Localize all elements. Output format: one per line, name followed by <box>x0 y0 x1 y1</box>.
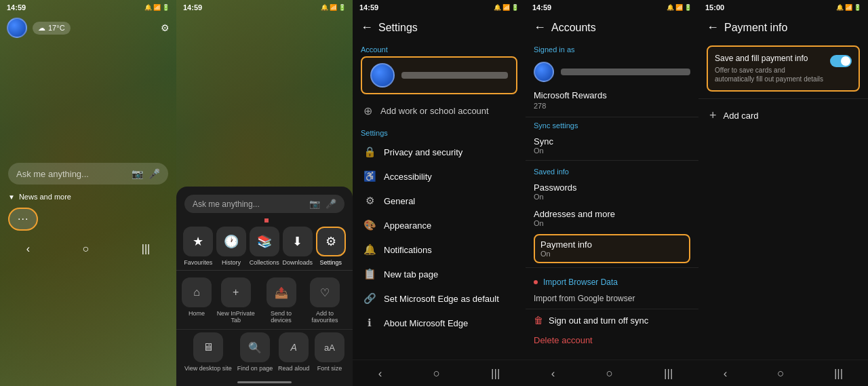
delete-account-row[interactable]: Delete account <box>526 330 698 350</box>
recents-nav-icon[interactable]: ||| <box>142 243 150 255</box>
search-bar-p1[interactable]: Ask me anything... 📷 🎤 <box>8 163 168 185</box>
downloads-label: Downloads <box>282 259 313 266</box>
news-label: News and more <box>19 193 71 201</box>
back-nav-p3[interactable]: ‹ <box>378 367 382 381</box>
import-google-label[interactable]: Import from Google browser <box>534 290 690 305</box>
camera-icon[interactable]: 📷 <box>132 168 143 179</box>
dock-pill[interactable]: ··· <box>8 208 38 231</box>
notifications-item[interactable]: 🔔 Notifications <box>353 237 526 262</box>
delete-account-label: Delete account <box>534 335 593 345</box>
appearance-label: Appearance <box>384 220 431 231</box>
browser-search-bar[interactable]: Ask me anything... 📷 🎤 <box>184 195 344 213</box>
back-arrow-p5[interactable]: ← <box>707 20 719 35</box>
saved-info-label: Saved info <box>526 162 698 178</box>
font-size-action[interactable]: aA Font size <box>315 332 344 372</box>
panel-browser-menu: 14:59 🔔 📶 🔋 Ask me anything... 📷 🎤 ★ Fav… <box>176 0 353 386</box>
save-fill-desc: Offer to save cards and automatically fi… <box>715 66 825 83</box>
home-nav-p5[interactable]: ○ <box>777 367 784 381</box>
mic-icon-p2[interactable]: 🎤 <box>326 199 336 209</box>
save-fill-toggle[interactable] <box>830 55 852 67</box>
account-item[interactable] <box>361 56 517 94</box>
add-favourites-action[interactable]: ♡ Add to favourites <box>302 277 347 324</box>
import-browser-label: Import Browser Data <box>543 277 618 287</box>
favourites-action[interactable]: ★ Favourites <box>183 227 213 266</box>
notification-badge <box>264 218 269 223</box>
info-icon: ℹ <box>363 317 376 329</box>
add-account-item[interactable]: ⊕ Add work or school account <box>353 98 526 123</box>
view-desktop-label: View desktop site <box>184 365 232 372</box>
favourites-label: Favourites <box>184 259 212 266</box>
collections-action[interactable]: 📚 Collections <box>250 227 279 266</box>
nav-bar-p4: ‹ ○ ||| <box>526 360 698 386</box>
font-size-icon: aA <box>315 332 344 362</box>
back-nav-p4[interactable]: ‹ <box>551 367 555 381</box>
about-edge-item[interactable]: ℹ About Microsoft Edge <box>353 311 526 335</box>
battery-icon: 🔋 <box>162 4 170 11</box>
status-icons-p2: 🔔 📶 🔋 <box>321 4 346 11</box>
sign-out-label: Sign out and turn off sync <box>549 315 648 326</box>
addresses-item[interactable]: Addresses and more On <box>526 205 698 231</box>
account-profile-row[interactable] <box>526 56 698 88</box>
sliders-icon[interactable]: ⚙ <box>161 22 170 33</box>
settings-action[interactable]: ⚙ Settings <box>316 227 346 266</box>
add-card-row[interactable]: + Add card <box>698 100 868 131</box>
status-icons-p3: 🔔 📶 🔋 <box>494 4 519 11</box>
status-icons-p1: 🔔 📶 🔋 <box>144 4 170 11</box>
payment-info-label: Payment info <box>540 239 684 250</box>
general-item[interactable]: ⚙ General <box>353 189 526 213</box>
back-nav-icon[interactable]: ‹ <box>26 243 30 255</box>
weather-widget[interactable]: ☁ 17°C <box>33 22 71 35</box>
wifi-icon-p5: 📶 <box>845 4 852 11</box>
home-indicator-p2 <box>176 377 353 386</box>
status-time-p5: 15:00 <box>705 3 724 12</box>
about-edge-label: About Microsoft Edge <box>384 318 468 328</box>
status-bar-p4: 14:59 🔔 📶 🔋 <box>526 0 698 15</box>
bottom-row2: 🖥 View desktop site 🔍 Find on page A Rea… <box>176 329 353 377</box>
new-tab-item[interactable]: 📋 New tab page <box>353 262 526 286</box>
home-nav-p4[interactable]: ○ <box>606 367 613 381</box>
browser-search-text: Ask me anything... <box>193 199 304 209</box>
payment-title: Payment info <box>724 22 787 34</box>
home-nav-p3[interactable]: ○ <box>433 367 440 381</box>
recents-nav-p3[interactable]: ||| <box>491 367 500 381</box>
recents-nav-p5[interactable]: ||| <box>834 367 843 381</box>
camera-icon-p2[interactable]: 📷 <box>309 199 320 209</box>
divider-3 <box>526 267 698 268</box>
accessibility-label: Accessibility <box>384 172 432 182</box>
panel-home: 14:59 🔔 📶 🔋 ☁ 17°C ⚙ Ask me anything... … <box>0 0 176 386</box>
appearance-item[interactable]: 🎨 Appearance <box>353 213 526 237</box>
font-size-label: Font size <box>317 365 342 372</box>
notification-icon-p2: 🔔 <box>321 4 328 11</box>
sync-item[interactable]: Sync On <box>526 132 698 159</box>
avatar-p1[interactable] <box>7 18 27 38</box>
notification-icon-p4: 🔔 <box>667 4 674 11</box>
status-time-p4: 14:59 <box>532 3 551 12</box>
back-nav-p5[interactable]: ‹ <box>724 367 728 381</box>
privacy-security-item[interactable]: 🔒 Privacy and security <box>353 140 526 164</box>
passwords-item[interactable]: Passwords On <box>526 178 698 205</box>
back-arrow-p3[interactable]: ← <box>361 20 373 35</box>
status-icons-p5: 🔔 📶 🔋 <box>836 4 861 11</box>
history-action[interactable]: 🕐 History <box>216 227 246 266</box>
home-nav-icon[interactable]: ○ <box>83 243 90 255</box>
panel-settings: 14:59 🔔 📶 🔋 ← Settings Account ⊕ Add wor… <box>353 0 526 386</box>
set-default-item[interactable]: 🔗 Set Microsoft Edge as default <box>353 286 526 311</box>
downloads-action[interactable]: ⬇ Downloads <box>282 227 313 266</box>
back-arrow-p4[interactable]: ← <box>534 20 546 35</box>
status-time-p1: 14:59 <box>7 3 26 12</box>
new-inprivate-label: New InPrivate Tab <box>212 310 260 324</box>
recents-nav-p4[interactable]: ||| <box>664 367 673 381</box>
new-inprivate-action[interactable]: + New InPrivate Tab <box>212 277 260 324</box>
send-devices-action[interactable]: 📤 Send to devices <box>260 277 302 324</box>
general-label: General <box>384 196 415 206</box>
accounts-header: ← Accounts <box>526 15 698 40</box>
import-browser-row[interactable]: Import Browser Data <box>534 275 690 290</box>
read-aloud-action[interactable]: A Read aloud <box>278 332 309 372</box>
sign-out-row[interactable]: 🗑 Sign out and turn off sync <box>526 311 698 330</box>
accessibility-item[interactable]: ♿ Accessibility <box>353 164 526 189</box>
home-action[interactable]: ⌂ Home <box>182 277 212 324</box>
view-desktop-action[interactable]: 🖥 View desktop site <box>184 332 232 372</box>
find-page-action[interactable]: 🔍 Find on page <box>237 332 273 372</box>
mic-icon[interactable]: 🎤 <box>149 168 160 179</box>
payment-info-item[interactable]: Payment info On <box>534 234 690 263</box>
